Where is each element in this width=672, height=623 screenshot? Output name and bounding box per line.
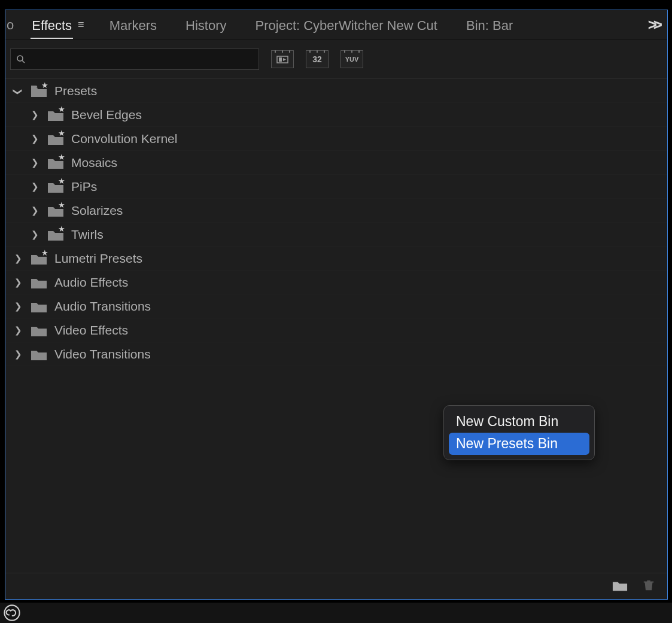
folder-icon: ★ <box>47 132 64 145</box>
svg-rect-2 <box>277 56 288 63</box>
tree-item-presets[interactable]: ❯ ★ Presets <box>5 79 667 103</box>
context-menu: New Custom Bin New Presets Bin <box>443 405 595 460</box>
tab-project[interactable]: Project: CyberWitcher New Cut <box>241 12 452 38</box>
disclosure-icon[interactable]: ❯ <box>14 277 22 288</box>
disclosure-icon[interactable]: ❯ <box>13 87 23 96</box>
tab-markers[interactable]: Markers <box>95 12 171 38</box>
app-brand-bar <box>0 603 672 623</box>
yuv-filter[interactable]: YUV <box>340 50 363 68</box>
tree-label: Bevel Edges <box>71 108 142 122</box>
tree-label: Audio Effects <box>54 275 128 290</box>
folder-icon <box>31 348 47 361</box>
tree-item-audio-transitions[interactable]: ❯ Audio Transitions <box>5 294 667 318</box>
effects-panel: o Effects ≡ Markers History Project: Cyb… <box>5 10 668 600</box>
tree-label: Mosaics <box>71 156 117 170</box>
tree-label: PiPs <box>71 180 97 194</box>
new-bin-button[interactable] <box>612 579 628 594</box>
menu-item-new-presets-bin[interactable]: New Presets Bin <box>449 433 589 455</box>
tree-item-pips[interactable]: ❯ ★ PiPs <box>5 175 667 199</box>
folder-icon <box>31 276 47 289</box>
tab-overflow-left[interactable]: o <box>5 17 17 33</box>
accelerated-icon <box>276 55 288 63</box>
disclosure-icon[interactable]: ❯ <box>31 133 39 144</box>
creative-cloud-icon <box>4 604 20 621</box>
star-icon: ★ <box>58 177 65 186</box>
folder-icon: ★ <box>47 108 64 121</box>
disclosure-icon[interactable]: ❯ <box>31 205 39 216</box>
panel-tab-bar: o Effects ≡ Markers History Project: Cyb… <box>5 10 667 40</box>
disclosure-icon[interactable]: ❯ <box>31 229 39 240</box>
tree-item-twirls[interactable]: ❯ ★ Twirls <box>5 223 667 247</box>
tree-item-convolution-kernel[interactable]: ❯ ★ Convolution Kernel <box>5 127 667 151</box>
panel-footer <box>5 573 667 599</box>
folder-icon: ★ <box>31 84 47 98</box>
star-icon: ★ <box>41 81 48 90</box>
search-input[interactable] <box>30 53 254 66</box>
tree-label: Convolution Kernel <box>71 132 177 146</box>
yuv-label: YUV <box>345 56 359 63</box>
trash-icon <box>641 579 656 592</box>
tree-item-mosaics[interactable]: ❯ ★ Mosaics <box>5 151 667 175</box>
effects-tree[interactable]: ❯ ★ Presets ❯ ★ Bevel Edges ❯ ★ Convolut… <box>5 78 667 573</box>
tab-label: Effects <box>32 18 72 33</box>
star-icon: ★ <box>58 129 65 138</box>
star-icon: ★ <box>41 248 48 257</box>
disclosure-icon[interactable]: ❯ <box>31 110 39 120</box>
folder-icon <box>612 579 628 592</box>
delete-button[interactable] <box>641 579 656 594</box>
accelerated-effects-filter[interactable] <box>271 50 294 68</box>
star-icon: ★ <box>58 200 65 209</box>
tab-overflow-icon[interactable]: >> <box>644 16 662 34</box>
svg-point-0 <box>17 56 23 61</box>
effects-toolbar: 32 YUV <box>5 40 667 78</box>
search-icon <box>16 54 26 65</box>
tree-item-video-effects[interactable]: ❯ Video Effects <box>5 318 667 342</box>
svg-line-1 <box>22 60 25 63</box>
tab-bin[interactable]: Bin: Bar <box>452 12 527 38</box>
folder-icon: ★ <box>47 204 64 217</box>
tab-history[interactable]: History <box>171 12 241 38</box>
folder-icon <box>31 300 47 313</box>
tree-label: Twirls <box>71 227 104 242</box>
disclosure-icon[interactable]: ❯ <box>14 349 22 360</box>
folder-icon: ★ <box>31 252 47 265</box>
tab-effects[interactable]: Effects <box>17 12 86 38</box>
folder-icon: ★ <box>47 228 64 241</box>
disclosure-icon[interactable]: ❯ <box>14 253 22 264</box>
tree-item-solarizes[interactable]: ❯ ★ Solarizes <box>5 199 667 223</box>
menu-item-new-custom-bin[interactable]: New Custom Bin <box>449 411 589 433</box>
tree-label: Lumetri Presets <box>54 251 142 266</box>
32bit-label: 32 <box>312 54 322 64</box>
tree-label: Presets <box>54 84 97 98</box>
folder-icon <box>31 324 47 337</box>
star-icon: ★ <box>58 153 65 162</box>
disclosure-icon[interactable]: ❯ <box>31 181 39 192</box>
32bit-filter[interactable]: 32 <box>306 50 329 68</box>
tree-item-bevel-edges[interactable]: ❯ ★ Bevel Edges <box>5 103 667 127</box>
tree-label: Solarizes <box>71 203 123 218</box>
disclosure-icon[interactable]: ❯ <box>31 157 39 168</box>
star-icon: ★ <box>58 105 65 114</box>
folder-icon: ★ <box>47 180 64 193</box>
tree-item-audio-effects[interactable]: ❯ Audio Effects <box>5 271 667 294</box>
tree-label: Video Effects <box>54 323 128 338</box>
star-icon: ★ <box>58 224 65 233</box>
tree-label: Audio Transitions <box>54 299 151 314</box>
tree-item-video-transitions[interactable]: ❯ Video Transitions <box>5 342 667 366</box>
tree-item-lumetri-presets[interactable]: ❯ ★ Lumetri Presets <box>5 247 667 271</box>
folder-icon: ★ <box>47 156 64 169</box>
effects-search[interactable] <box>10 48 259 70</box>
disclosure-icon[interactable]: ❯ <box>14 325 22 336</box>
disclosure-icon[interactable]: ❯ <box>14 301 22 312</box>
tree-label: Video Transitions <box>54 347 151 361</box>
